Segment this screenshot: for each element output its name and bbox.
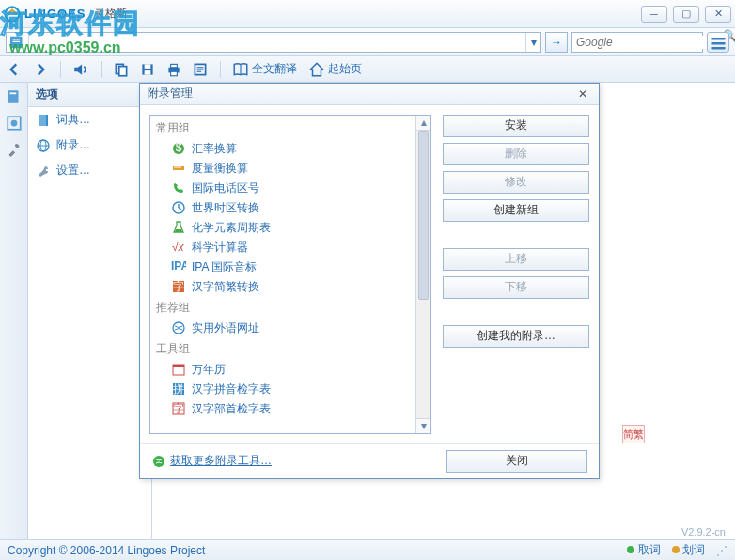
- radical-icon: 字: [171, 401, 186, 416]
- minimize-button[interactable]: ─: [641, 6, 667, 23]
- svg-text:$: $: [176, 141, 182, 154]
- web-search-input[interactable]: [572, 36, 722, 49]
- group-header: 推荐组: [150, 297, 415, 319]
- sidebar-item-label: 附录…: [56, 137, 90, 153]
- copy-button[interactable]: [113, 61, 130, 78]
- list-item[interactable]: 化学元素周期表: [150, 218, 415, 238]
- speak-button[interactable]: [72, 61, 89, 78]
- go-button[interactable]: →: [545, 32, 568, 53]
- svg-text:IPA: IPA: [171, 259, 186, 272]
- list-item[interactable]: 万年历: [150, 360, 415, 380]
- list-item[interactable]: 实用外语网址: [150, 319, 415, 338]
- status-bar: Copyright © 2006-2014 Lingoes Project 取词…: [0, 539, 735, 560]
- list-item[interactable]: 世界时区转换: [150, 198, 415, 218]
- brand-text-cn: 灵格斯: [94, 6, 128, 22]
- more-tools-link[interactable]: 获取更多附录工具…: [151, 453, 272, 469]
- list-item[interactable]: 国际电话区号: [150, 179, 415, 198]
- separator: [60, 61, 61, 78]
- simp-trad-badge[interactable]: 简繁: [622, 425, 645, 443]
- lookup-history-dropdown[interactable]: ▾: [525, 33, 540, 52]
- svg-rect-25: [46, 115, 48, 126]
- app-logo-icon: [4, 6, 21, 23]
- svg-text:√x: √x: [172, 241, 185, 254]
- dialog-body: 常用组 $汇率换算 度量衡换算 国际电话区号 世界时区转换 化学元素周期表 √x…: [140, 105, 599, 443]
- dict-dropdown-icon[interactable]: [7, 33, 29, 52]
- install-button[interactable]: 安装: [443, 115, 589, 137]
- scroll-down-icon[interactable]: ▾: [416, 418, 430, 433]
- pinyin-icon: 拼: [171, 381, 186, 397]
- move-up-button[interactable]: 上移: [443, 248, 589, 271]
- read-button[interactable]: [192, 61, 209, 78]
- web-search-box[interactable]: 🔍▾: [571, 32, 703, 53]
- svg-line-38: [179, 208, 181, 210]
- stroke-word-toggle[interactable]: 划词: [672, 542, 705, 558]
- svg-rect-20: [8, 90, 18, 103]
- more-link-label: 获取更多附录工具…: [170, 453, 272, 469]
- resize-grip-icon[interactable]: ⋰: [716, 544, 727, 557]
- home-icon: [308, 61, 325, 78]
- appendix-list-viewport[interactable]: 常用组 $汇率换算 度量衡换算 国际电话区号 世界时区转换 化学元素周期表 √x…: [150, 116, 415, 433]
- dialog-footer: 获取更多附录工具… 关闭: [140, 443, 599, 478]
- ruler-icon: [171, 161, 186, 176]
- save-button[interactable]: [139, 61, 156, 78]
- lookup-combo[interactable]: ▾: [6, 32, 541, 53]
- list-item[interactable]: 度量衡换算: [150, 159, 415, 179]
- svg-text:字: 字: [173, 280, 184, 293]
- scroll-up-icon[interactable]: ▴: [416, 116, 430, 131]
- home-link[interactable]: 起始页: [308, 61, 362, 78]
- calendar-icon: [171, 362, 186, 377]
- sidebar-item-dict[interactable]: 词典…: [28, 107, 151, 132]
- svg-text:字: 字: [173, 402, 184, 415]
- fulltext-translate-link[interactable]: 全文翻译: [232, 61, 297, 78]
- rail-appendix-icon[interactable]: [6, 115, 23, 132]
- group-header: 工具组: [150, 338, 415, 360]
- scroll-thumb[interactable]: [418, 131, 429, 300]
- forward-button[interactable]: [32, 61, 49, 78]
- sidebar-item-label: 词典…: [56, 112, 90, 128]
- maximize-button[interactable]: ▢: [673, 6, 699, 23]
- rail-tools-icon[interactable]: [6, 141, 23, 158]
- move-down-button[interactable]: 下移: [443, 276, 589, 299]
- list-item[interactable]: 字汉字简繁转换: [150, 277, 415, 297]
- scrollbar[interactable]: ▴ ▾: [415, 116, 430, 433]
- svg-rect-2: [13, 39, 21, 39]
- svg-rect-10: [145, 64, 151, 69]
- search-bar: ▾ → 🔍▾: [0, 28, 735, 56]
- back-button[interactable]: [6, 61, 23, 78]
- list-item[interactable]: 拼汉字拼音检字表: [150, 380, 415, 399]
- close-button[interactable]: 关闭: [446, 450, 587, 473]
- new-group-button[interactable]: 创建新组: [443, 199, 589, 222]
- svg-rect-45: [173, 365, 184, 367]
- close-window-button[interactable]: ✕: [705, 6, 731, 23]
- print-button[interactable]: [165, 61, 182, 78]
- svg-rect-14: [171, 71, 178, 76]
- main-menu-button[interactable]: [707, 32, 729, 53]
- list-item[interactable]: $汇率换算: [150, 139, 415, 159]
- list-item[interactable]: 字汉字部首检字表: [150, 399, 415, 419]
- svg-rect-11: [145, 70, 151, 75]
- modify-button[interactable]: 修改: [443, 171, 589, 194]
- sidebar-item-appendix[interactable]: 附录…: [28, 132, 151, 158]
- window-buttons: ─ ▢ ✕: [641, 6, 731, 23]
- dialog-close-icon[interactable]: ✕: [574, 86, 591, 102]
- money-icon: $: [171, 141, 186, 156]
- rail-dict-icon[interactable]: [6, 88, 23, 105]
- svg-rect-3: [13, 40, 21, 41]
- fulltext-label: 全文翻译: [252, 61, 297, 77]
- create-my-appendix-button[interactable]: 创建我的附录…: [443, 325, 589, 348]
- svg-point-50: [153, 456, 164, 467]
- lookup-input[interactable]: [29, 34, 525, 51]
- list-item[interactable]: √x科学计算器: [150, 238, 415, 257]
- toolbar: 全文翻译 起始页: [0, 56, 735, 83]
- dialog-titlebar[interactable]: 附录管理 ✕: [140, 84, 599, 105]
- pick-word-toggle[interactable]: 取词: [627, 542, 660, 558]
- home-label: 起始页: [328, 61, 362, 77]
- list-item[interactable]: IPAIPA 国际音标: [150, 257, 415, 277]
- sidebar-item-settings[interactable]: 设置…: [28, 158, 151, 183]
- delete-button[interactable]: 删除: [443, 143, 589, 165]
- brand-text-en: LINGOES: [24, 7, 86, 21]
- svg-rect-4: [712, 38, 726, 40]
- book-icon: [232, 61, 249, 78]
- svg-rect-6: [712, 47, 726, 50]
- separator: [101, 61, 102, 78]
